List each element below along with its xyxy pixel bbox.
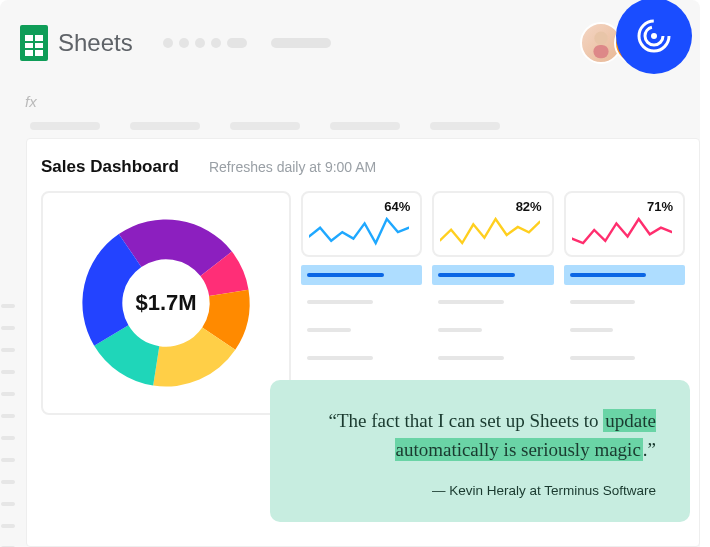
app-logo: Sheets (20, 25, 133, 61)
table-header (301, 265, 422, 285)
metric-value: 82% (516, 199, 542, 214)
formula-input[interactable] (49, 91, 710, 111)
brand-badge (616, 0, 692, 74)
table-header (564, 265, 685, 285)
quote-pre: “The fact that I can set up Sheets to (328, 410, 603, 431)
table-row (432, 319, 553, 341)
table-row (564, 291, 685, 313)
svg-point-3 (594, 32, 607, 45)
table-row (301, 319, 422, 341)
app-name: Sheets (58, 29, 133, 57)
sparkline-chart (572, 217, 672, 247)
metric-card: 64% (301, 191, 422, 257)
table-row (301, 291, 422, 313)
brand-badge-icon (634, 16, 674, 56)
svg-rect-4 (593, 45, 608, 58)
table-row (432, 291, 553, 313)
fx-label: fx (25, 93, 37, 110)
testimonial-text: “The fact that I can set up Sheets to up… (304, 406, 656, 465)
svg-point-2 (651, 33, 657, 39)
quote-post: .” (643, 439, 656, 460)
testimonial-card: “The fact that I can set up Sheets to up… (270, 380, 690, 522)
donut-chart-card: $1.7M (41, 191, 291, 415)
donut-center-value: $1.7M (135, 290, 196, 316)
metric-card: 71% (564, 191, 685, 257)
formula-bar[interactable]: fx (25, 86, 710, 116)
metric-value: 64% (384, 199, 410, 214)
metric-card: 82% (432, 191, 553, 257)
sheets-icon (20, 25, 48, 61)
metric-value: 71% (647, 199, 673, 214)
testimonial-attribution: — Kevin Heraly at Terminus Software (304, 483, 656, 498)
table-row (564, 319, 685, 341)
table-header (432, 265, 553, 285)
sparkline-chart (440, 217, 540, 247)
toolbar-placeholder (30, 122, 500, 130)
dashboard-title: Sales Dashboard (41, 157, 179, 177)
topbar: Sheets (20, 18, 690, 68)
sparkline-chart (309, 217, 409, 247)
table-row (564, 347, 685, 369)
dashboard-subtitle: Refreshes daily at 9:00 AM (209, 159, 376, 175)
row-numbers-placeholder (1, 304, 15, 547)
table-row (432, 347, 553, 369)
table-row (301, 347, 422, 369)
doc-meta-placeholder (163, 38, 331, 48)
